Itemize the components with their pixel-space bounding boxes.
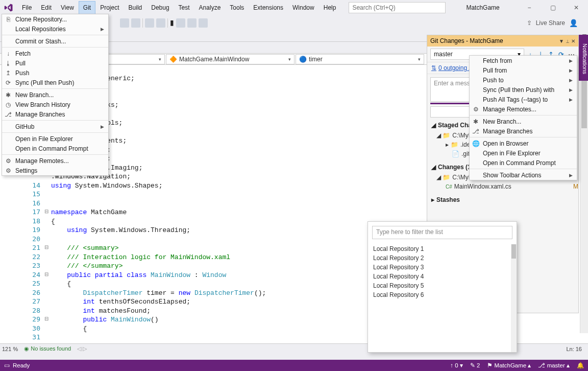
menu-tools[interactable]: Tools	[225, 1, 249, 14]
menu-item[interactable]: ⚙Settings	[2, 166, 108, 175]
ctx-item[interactable]: ✱New Branch...	[470, 117, 577, 126]
menu-item[interactable]: Open in File Explorer	[2, 134, 108, 144]
toolbar-icon[interactable]	[120, 18, 129, 28]
sync-status[interactable]: ↑ 0 ▾	[450, 362, 463, 369]
menu-item[interactable]: ⎘Clone Repository...	[2, 14, 108, 24]
menu-edit[interactable]: Edit	[36, 1, 56, 14]
ctx-item[interactable]: ⎇Manage Branches	[470, 126, 577, 136]
menu-item[interactable]: ↥Push	[2, 68, 108, 78]
project-status[interactable]: ⚑ MatchGame ▴	[487, 362, 531, 369]
changes-status[interactable]: ✎ 2	[470, 362, 480, 369]
minimize-button[interactable]: −	[518, 0, 541, 15]
ctx-item[interactable]: Sync (Pull then Push) with▶	[470, 85, 577, 95]
breadcrumb-namespace[interactable]: 🔶 MatchGame.MainWindow▾	[166, 54, 295, 64]
repo-scrollbar[interactable]	[511, 244, 517, 352]
menu-item[interactable]: Open in Command Prompt	[2, 144, 108, 153]
editor-scrollbar-v[interactable]	[580, 65, 588, 333]
ctx-item[interactable]: ⚙Manage Remotes...	[470, 104, 577, 114]
repo-filter-input[interactable]: Type here to filter the list	[372, 226, 512, 239]
live-share-label[interactable]: Live Share	[536, 19, 565, 27]
menu-item[interactable]: Local Repositories▶	[2, 24, 108, 34]
menu-item[interactable]: ◷View Branch History	[2, 100, 108, 109]
notifications-icon[interactable]: 🔔	[577, 362, 584, 369]
toolbar-icon[interactable]	[131, 18, 140, 28]
ctx-item[interactable]: Show Toolbar Actions▶	[470, 170, 577, 180]
ctx-item[interactable]: Push to▶	[470, 75, 577, 85]
repo-item[interactable]: Local Repository 3	[373, 264, 511, 273]
notifications-tab[interactable]: Notifications	[579, 35, 588, 81]
toolbar-icon[interactable]	[176, 18, 185, 28]
ctx-item[interactable]: Push All Tags (--tags) to▶	[470, 95, 577, 104]
menu-item[interactable]: GitHub▶	[2, 122, 108, 131]
menu-debug[interactable]: Debug	[146, 1, 174, 14]
menu-item[interactable]: Commit or Stash...	[2, 36, 108, 46]
git-actions-context-menu: Fetch from▶Pull from▶Push to▶Sync (Pull …	[469, 55, 577, 180]
repo-item[interactable]: Local Repository 6	[373, 291, 511, 300]
menu-build[interactable]: Build	[124, 1, 147, 14]
breadcrumb-member[interactable]: 🔵 timer▾	[296, 54, 424, 64]
menu-project[interactable]: Project	[95, 1, 124, 14]
toolbar-icons: ▮	[120, 18, 208, 28]
repo-item[interactable]: Local Repository 1	[373, 245, 511, 254]
issues-indicator[interactable]: ◉ No issues found	[24, 345, 71, 352]
ctx-item[interactable]: Pull from▶	[470, 65, 577, 75]
repo-item[interactable]: Local Repository 4	[373, 273, 511, 282]
panel-dropdown-icon[interactable]: ▼	[559, 38, 564, 44]
search-box[interactable]: Search (Ctrl+Q)	[349, 2, 446, 13]
menu-item[interactable]: ⭳Pull	[2, 58, 108, 68]
profile-icon[interactable]: 👤	[569, 19, 578, 27]
status-ready: Ready	[13, 362, 30, 368]
menu-test[interactable]: Test	[174, 1, 194, 14]
panel-pin-icon[interactable]: ⟂	[566, 38, 569, 44]
repo-item[interactable]: Local Repository 2	[373, 254, 511, 264]
git-panel-title: Git Changes - MatchGame ▼⟂✕	[427, 35, 578, 47]
menu-window[interactable]: Window	[288, 1, 319, 14]
ctx-item[interactable]: Open in File Explorer	[470, 148, 577, 158]
menu-extensions[interactable]: Extensions	[249, 1, 288, 14]
output-icon[interactable]: ▭	[4, 362, 10, 369]
menu-help[interactable]: Help	[319, 1, 341, 14]
line-indicator: Ln: 16	[566, 346, 582, 352]
local-repos-popup: Type here to filter the list Local Repos…	[368, 221, 517, 353]
menu-view[interactable]: View	[56, 1, 79, 14]
panel-close-icon[interactable]: ✕	[571, 38, 575, 44]
project-title: MatchGame	[466, 4, 499, 11]
menu-git[interactable]: Git	[79, 1, 95, 14]
statusbar: ▭ Ready ↑ 0 ▾ ✎ 2 ⚑ MatchGame ▴ ⎇ master…	[0, 360, 588, 371]
repo-item[interactable]: Local Repository 5	[373, 282, 511, 291]
ctx-item[interactable]: 🌐Open in Browser	[470, 138, 577, 148]
live-share-icon[interactable]: ⇪	[527, 19, 532, 27]
menu-file[interactable]: File	[17, 1, 36, 14]
menu-item[interactable]: ↓Fetch	[2, 49, 108, 58]
ctx-item[interactable]: Open in Command Prompt	[470, 158, 577, 168]
menu-item[interactable]: ⎇Manage Branches	[2, 109, 108, 119]
window-controls: − ▢ ✕	[518, 0, 588, 15]
toolbar-icon[interactable]	[156, 18, 165, 28]
toolbar-icon[interactable]	[145, 18, 154, 28]
maximize-button[interactable]: ▢	[541, 0, 565, 15]
titlebar: FileEditViewGitProjectBuildDebugTestAnal…	[0, 0, 588, 15]
menubar: FileEditViewGitProjectBuildDebugTestAnal…	[17, 1, 340, 14]
branch-status[interactable]: ⎇ master ▴	[538, 362, 570, 369]
ctx-item[interactable]: Fetch from▶	[470, 56, 577, 65]
stashes-header[interactable]: ▸ Stashes	[427, 194, 578, 205]
close-button[interactable]: ✕	[565, 0, 588, 15]
menu-item[interactable]: ✱New Branch...	[2, 90, 108, 100]
menu-item[interactable]: ⚙Manage Remotes...	[2, 156, 108, 166]
zoom-level[interactable]: 121 %	[2, 346, 18, 352]
tree-file[interactable]: C# MainWindow.xaml.csM	[436, 182, 578, 191]
menu-analyze[interactable]: Analyze	[194, 1, 226, 14]
toolbar-icon[interactable]	[187, 18, 197, 28]
bookmark-icon[interactable]: ▮	[170, 18, 174, 28]
menu-item[interactable]: ⟳Sync (Pull then Push)	[2, 78, 108, 87]
vs-logo	[0, 0, 17, 15]
git-menu-dropdown: ⎘Clone Repository...Local Repositories▶C…	[2, 14, 109, 176]
toolbar-icon[interactable]	[199, 18, 208, 28]
